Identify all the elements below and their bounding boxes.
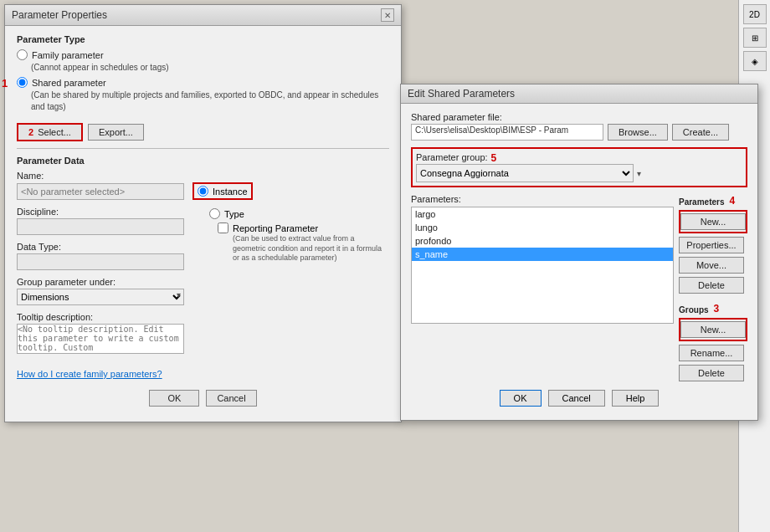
param-cancel-button[interactable]: Cancel (206, 390, 256, 407)
reporting-subtext: (Can be used to extract value from a geo… (233, 234, 389, 263)
file-input[interactable]: C:\Users\elisa\Desktop\BIM\ESP - Param (411, 124, 603, 141)
tooltip-label: Tooltip description: (17, 312, 184, 322)
list-item-profondo[interactable]: profondo (412, 234, 673, 248)
reporting-label: Reporting Parameter (233, 223, 318, 233)
reporting-param-row: Reporting Parameter (Can be used to extr… (218, 223, 389, 263)
type-label: Type (224, 209, 244, 219)
discipline-input[interactable] (17, 218, 184, 235)
edit-shared-dialog: Edit Shared Parameters Shared parameter … (400, 84, 758, 421)
param-group-label: Parameter group: (416, 152, 488, 162)
list-item-largo[interactable]: largo (412, 207, 673, 221)
delete-group-button[interactable]: Delete (679, 365, 744, 381)
delete-param-button[interactable]: Delete (679, 277, 744, 294)
param-properties-dialog: Parameter Properties ✕ Parameter Type Fa… (4, 4, 402, 422)
reporting-checkbox[interactable] (218, 223, 228, 233)
create-button[interactable]: Create... (672, 124, 729, 141)
toolbar-icon2-btn[interactable]: ◈ (743, 51, 767, 71)
param-properties-title: Parameter Properties (12, 9, 107, 21)
file-label: Shared parameter file: (411, 112, 747, 122)
list-item-lungo[interactable]: lungo (412, 221, 673, 234)
esp-cancel-button[interactable]: Cancel (548, 390, 605, 407)
shared-param-subtext: (Can be shared by multiple projects and … (31, 90, 389, 113)
esp-bottom-row: OK Cancel Help (411, 390, 747, 412)
esp-buttons-col: Parameters 4 New... Properties... Move..… (679, 194, 747, 381)
param-group-section: Parameter group: 5 Consegna Aggiornata ▾ (411, 147, 747, 187)
instance-label: Instance (213, 187, 248, 197)
family-param-row: Family parameter (17, 49, 389, 60)
param-group-select[interactable]: Consegna Aggiornata (416, 164, 634, 182)
instance-radio[interactable] (198, 186, 208, 197)
toolbar-icon1-btn[interactable]: ⊞ (743, 28, 767, 48)
step3-annotation: 3 (714, 303, 720, 315)
name-input[interactable] (17, 183, 184, 200)
shared-param-radio[interactable] (17, 77, 28, 88)
family-param-subtext: (Cannot appear in schedules or tags) (31, 62, 389, 74)
esp-help-button[interactable]: Help (612, 390, 660, 407)
step1-annotation: 1 (2, 77, 8, 90)
param-properties-titlebar: Parameter Properties ✕ (5, 5, 401, 26)
params-list[interactable]: largo lungo profondo s_name (411, 207, 674, 324)
groups-buttons-group: New... (679, 318, 747, 341)
new-group-button[interactable]: New... (680, 321, 746, 338)
group-param-label: Group parameter under: (17, 277, 184, 287)
select-button[interactable]: 2 Select... (17, 123, 83, 141)
export-button[interactable]: Export... (88, 124, 144, 141)
properties-button[interactable]: Properties... (679, 237, 744, 253)
rename-button[interactable]: Rename... (679, 345, 744, 361)
params-list-label: Parameters: (411, 194, 674, 204)
type-radio[interactable] (209, 208, 220, 219)
tooltip-input[interactable] (17, 324, 184, 354)
parameter-type-label: Parameter Type (17, 34, 389, 44)
family-params-link[interactable]: How do I create family parameters? (17, 369, 162, 379)
data-type-label: Data Type: (17, 242, 184, 252)
data-type-input[interactable] (17, 253, 184, 270)
esp-ok-button[interactable]: OK (500, 390, 542, 407)
shared-param-label: Shared parameter (32, 78, 106, 88)
step4-annotation: 4 (729, 195, 735, 207)
discipline-label: Discipline: (17, 207, 184, 217)
step5-annotation: 5 (491, 152, 497, 164)
browse-button[interactable]: Browse... (608, 124, 668, 141)
edit-shared-titlebar: Edit Shared Parameters (401, 84, 757, 104)
group-param-select[interactable]: Dimensions (17, 289, 184, 305)
param-properties-close[interactable]: ✕ (381, 8, 394, 22)
family-param-label: Family parameter (32, 50, 104, 60)
file-row: Shared parameter file: C:\Users\elisa\De… (411, 112, 747, 141)
params-area: Parameters: largo lungo profondo s_name … (411, 194, 747, 381)
shared-param-row: Shared parameter (17, 77, 389, 88)
params-buttons-group: New... (679, 210, 747, 233)
list-item-sname[interactable]: s_name (412, 248, 673, 261)
toolbar-2d-btn[interactable]: 2D (743, 4, 767, 24)
param-ok-button[interactable]: OK (149, 390, 199, 407)
name-label: Name: (17, 171, 389, 181)
instance-radio-row: Instance (192, 182, 253, 200)
new-param-button[interactable]: New... (680, 213, 746, 230)
move-button[interactable]: Move... (679, 257, 744, 274)
groups-label: Groups (679, 305, 709, 315)
params-group-label: Parameters (679, 197, 724, 207)
edit-shared-title: Edit Shared Parameters (408, 88, 515, 100)
param-data-label: Parameter Data (17, 156, 389, 166)
family-param-radio[interactable] (17, 49, 28, 60)
